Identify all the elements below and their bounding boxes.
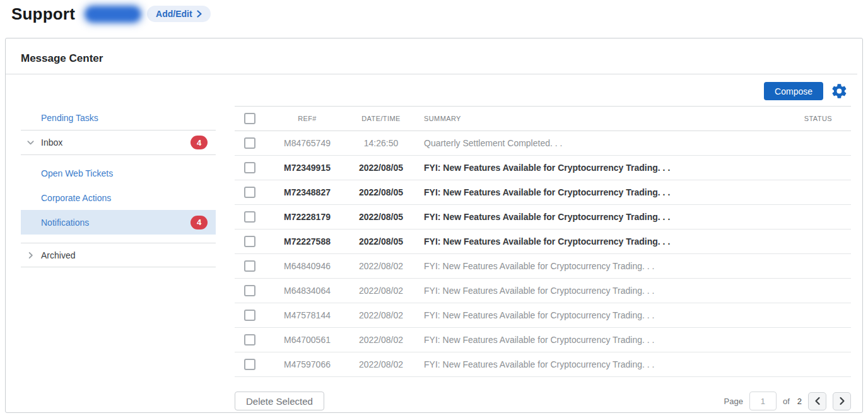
message-status [790, 254, 851, 279]
message-ref: M64840946 [269, 254, 346, 279]
message-table-body: M8476574914:26:50Quarterly Settlement Co… [235, 131, 851, 377]
inbox-unread-badge: 4 [191, 136, 208, 149]
delete-selected-button[interactable]: Delete Selected [235, 392, 324, 410]
message-row[interactable]: M475781442022/08/02FYI: New Features Ava… [235, 303, 851, 328]
message-ref: M64700561 [269, 328, 346, 352]
message-row[interactable]: M723488272022/08/05FYI: New Features Ava… [235, 180, 851, 205]
message-ref: M47597066 [269, 352, 346, 377]
sidebar-item-archived[interactable]: Archived [21, 243, 216, 267]
prev-page-button[interactable] [808, 392, 826, 410]
message-summary: FYI: New Features Available for Cryptocu… [416, 328, 790, 352]
message-status [790, 205, 851, 229]
compose-button[interactable]: Compose [764, 82, 823, 100]
sidebar-spacer [21, 235, 216, 243]
add-edit-label: Add/Edit [156, 9, 192, 19]
message-list-area: REF# DATE/TIME SUMMARY STATUS M847657491… [235, 106, 851, 410]
message-datetime: 2022/08/05 [346, 156, 416, 180]
sidebar-item-label: Inbox [41, 137, 62, 148]
chevron-right-icon [839, 397, 845, 405]
message-status [790, 180, 851, 205]
message-datetime: 2022/08/02 [346, 254, 416, 279]
message-ref: M72227588 [269, 229, 346, 254]
message-summary: FYI: New Features Available for Cryptocu… [416, 156, 790, 180]
message-summary: FYI: New Features Available for Cryptocu… [416, 352, 790, 377]
message-row[interactable]: M647005612022/08/02FYI: New Features Ava… [235, 328, 851, 352]
sidebar-item-open-web-tickets[interactable]: Open Web Tickets [21, 161, 216, 185]
message-status [790, 229, 851, 254]
column-header-summary: SUMMARY [416, 107, 790, 131]
row-checkbox[interactable] [244, 359, 255, 370]
message-ref: M47578144 [269, 303, 346, 328]
notifications-unread-badge: 4 [191, 216, 208, 229]
sidebar-item-label: Pending Tasks [41, 113, 98, 123]
message-summary: FYI: New Features Available for Cryptocu… [416, 180, 790, 205]
table-footer: Delete Selected Page of 2 [235, 392, 851, 410]
page-label: Page [724, 397, 743, 406]
message-datetime: 2022/08/02 [346, 328, 416, 352]
row-checkbox[interactable] [244, 137, 255, 149]
sidebar-item-pending-tasks[interactable]: Pending Tasks [21, 106, 216, 131]
message-row[interactable]: M8476574914:26:50Quarterly Settlement Co… [235, 131, 851, 156]
chevron-down-icon [26, 139, 35, 147]
message-summary: FYI: New Features Available for Cryptocu… [416, 229, 790, 254]
page-number-input[interactable] [749, 392, 777, 410]
message-datetime: 14:26:50 [346, 131, 416, 156]
table-header-row: REF# DATE/TIME SUMMARY STATUS [235, 107, 851, 131]
gear-icon[interactable] [831, 83, 848, 100]
panel-content: Pending Tasks Inbox 4 Open Web Tickets C… [6, 102, 862, 410]
message-summary: FYI: New Features Available for Cryptocu… [416, 254, 790, 279]
add-edit-button[interactable]: Add/Edit [147, 6, 211, 22]
message-status [790, 328, 851, 352]
message-table: REF# DATE/TIME SUMMARY STATUS M847657491… [235, 106, 851, 377]
sidebar-item-notifications[interactable]: Notifications 4 [21, 210, 216, 235]
message-row[interactable]: M723499152022/08/05FYI: New Features Ava… [235, 156, 851, 180]
sidebar-item-label: Open Web Tickets [41, 168, 113, 178]
message-datetime: 2022/08/05 [346, 205, 416, 229]
row-checkbox[interactable] [244, 211, 255, 223]
chevron-left-icon [814, 397, 821, 405]
sidebar-item-inbox[interactable]: Inbox 4 [21, 131, 216, 155]
row-checkbox[interactable] [244, 334, 255, 345]
message-status [790, 352, 851, 377]
message-row[interactable]: M648409462022/08/02FYI: New Features Ava… [235, 254, 851, 279]
message-row[interactable]: M475970662022/08/02FYI: New Features Ava… [235, 352, 851, 377]
message-row[interactable]: M722281792022/08/05FYI: New Features Ava… [235, 205, 851, 229]
message-datetime: 2022/08/05 [346, 180, 416, 205]
message-datetime: 2022/08/05 [346, 229, 416, 254]
page-header: Support Add/Edit [0, 0, 868, 25]
message-row[interactable]: M722275882022/08/05FYI: New Features Ava… [235, 229, 851, 254]
row-checkbox[interactable] [244, 260, 255, 272]
chevron-right-icon [197, 10, 202, 18]
message-summary: Quarterly Settlement Completed. . . [416, 131, 790, 156]
column-header-ref: REF# [269, 107, 346, 131]
redacted-account-button[interactable] [85, 6, 141, 22]
sidebar-item-corporate-actions[interactable]: Corporate Actions [21, 185, 216, 210]
column-header-status: STATUS [790, 107, 851, 131]
sidebar: Pending Tasks Inbox 4 Open Web Tickets C… [21, 106, 216, 410]
message-datetime: 2022/08/02 [346, 303, 416, 328]
message-datetime: 2022/08/02 [346, 279, 416, 303]
row-checkbox[interactable] [244, 187, 255, 198]
sidebar-item-label: Archived [41, 250, 75, 260]
of-label: of [783, 397, 790, 406]
message-status [790, 131, 851, 156]
select-all-checkbox[interactable] [244, 113, 255, 124]
column-header-datetime: DATE/TIME [346, 107, 416, 131]
row-checkbox[interactable] [244, 236, 255, 247]
message-status [790, 156, 851, 180]
next-page-button[interactable] [833, 392, 851, 410]
message-center-panel: Message Center Compose Pending Tasks Inb… [5, 38, 863, 413]
row-checkbox[interactable] [244, 162, 255, 173]
message-ref: M84765749 [269, 131, 346, 156]
message-status [790, 279, 851, 303]
chevron-right-icon [26, 251, 35, 259]
message-summary: FYI: New Features Available for Cryptocu… [416, 279, 790, 303]
message-ref: M64834064 [269, 279, 346, 303]
message-row[interactable]: M648340642022/08/02FYI: New Features Ava… [235, 279, 851, 303]
row-checkbox[interactable] [244, 310, 255, 321]
toolbar: Compose [6, 74, 862, 102]
message-summary: FYI: New Features Available for Cryptocu… [416, 303, 790, 328]
total-pages: 2 [797, 397, 802, 406]
sidebar-item-label: Corporate Actions [41, 193, 111, 203]
row-checkbox[interactable] [244, 285, 255, 296]
